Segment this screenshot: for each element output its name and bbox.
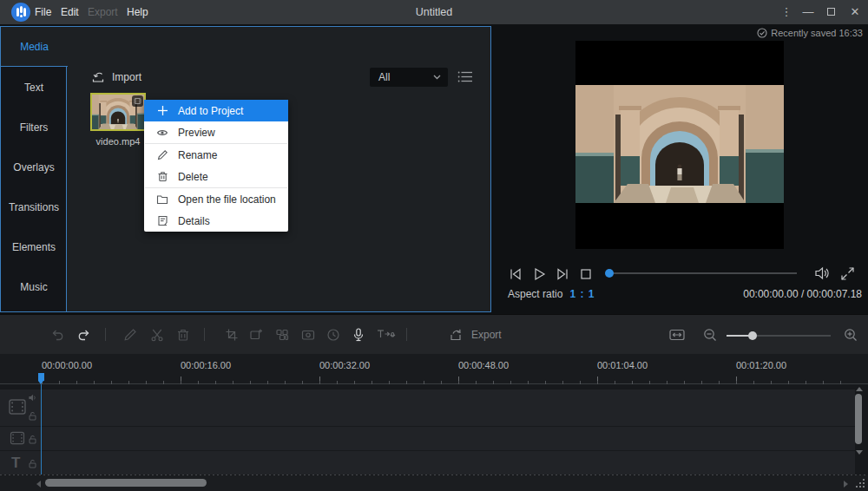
tab-overlays[interactable]: Overlays: [1, 147, 67, 187]
tab-elements[interactable]: Elements: [1, 227, 67, 267]
vertical-scroll-up-arrow[interactable]: [856, 387, 863, 391]
media-filter-dropdown[interactable]: All: [370, 68, 448, 87]
context-preview[interactable]: Preview: [144, 121, 288, 143]
mosaic-button[interactable]: [274, 327, 290, 343]
context-open-file-location[interactable]: Open the file location: [144, 188, 288, 210]
volume-icon[interactable]: [814, 265, 832, 281]
ruler-label: 00:00:32.00: [319, 360, 370, 370]
context-add-to-project[interactable]: Add to Project: [144, 100, 288, 121]
text-track-icon: T: [11, 455, 20, 472]
aspect-ratio-label: Aspect ratio: [508, 288, 562, 300]
delete-clip-button[interactable]: [175, 327, 191, 343]
video-track[interactable]: [0, 390, 855, 426]
window-title: Untitled: [347, 0, 521, 24]
context-item-label: Rename: [178, 149, 217, 161]
app-logo-icon[interactable]: [11, 3, 30, 22]
zoom-out-button[interactable]: [702, 327, 718, 343]
zoom-region-button[interactable]: [248, 327, 264, 343]
track-audio-icon[interactable]: [28, 393, 37, 403]
undo-button[interactable]: [49, 327, 65, 343]
menu-file[interactable]: File: [35, 0, 51, 24]
video-track-lock-icon[interactable]: [28, 411, 37, 421]
edit-clip-button[interactable]: [122, 327, 138, 343]
overlay-track-lock-icon[interactable]: [28, 435, 37, 444]
play-button[interactable]: [531, 266, 547, 282]
ruler-label: 00:01:04.00: [597, 360, 648, 370]
resize-grip-icon[interactable]: [854, 478, 865, 489]
seek-handle[interactable]: [605, 269, 614, 278]
maximize-button[interactable]: [819, 0, 842, 24]
scroll-right-arrow[interactable]: [844, 481, 848, 488]
preview-canvas[interactable]: [575, 41, 784, 249]
toolbar-separator: [105, 328, 106, 341]
timeline-ruler[interactable]: 00:00:00.00 00:00:16.00 00:00:32.00 00:0…: [0, 354, 868, 384]
details-icon: [156, 215, 168, 227]
more-options-icon[interactable]: ⋮: [775, 0, 798, 24]
context-menu: Add to Project Preview Rename: [144, 100, 288, 232]
tab-text[interactable]: Text: [1, 68, 67, 108]
context-rename[interactable]: Rename: [144, 144, 288, 166]
stop-button[interactable]: [578, 266, 594, 282]
context-details[interactable]: Details: [144, 210, 288, 232]
import-button[interactable]: Import: [91, 69, 141, 86]
text-track-lock-icon[interactable]: [28, 459, 37, 468]
import-label: Import: [112, 71, 141, 83]
minimize-button[interactable]: —: [797, 0, 819, 24]
vertical-scrollbar[interactable]: [855, 394, 862, 444]
playhead-line[interactable]: [41, 384, 42, 475]
overlay-track[interactable]: [0, 427, 855, 450]
context-item-label: Preview: [178, 127, 215, 139]
scroll-left-arrow[interactable]: [36, 481, 41, 488]
fullscreen-icon[interactable]: [840, 266, 855, 281]
previous-frame-button[interactable]: [508, 266, 523, 282]
close-button[interactable]: ✕: [844, 0, 866, 24]
pencil-icon: [156, 149, 168, 161]
video-frame: [575, 85, 784, 203]
redo-button[interactable]: [76, 327, 92, 343]
fit-timeline-button[interactable]: [668, 327, 686, 343]
crop-button[interactable]: [224, 327, 240, 343]
next-frame-button[interactable]: [555, 266, 570, 282]
folder-icon: [156, 193, 168, 206]
eye-icon: [156, 127, 168, 139]
context-delete[interactable]: Delete: [144, 166, 288, 187]
seek-bar[interactable]: [608, 272, 797, 274]
context-item-label: Open the file location: [178, 193, 276, 206]
text-to-speech-button[interactable]: [376, 327, 397, 343]
tab-music[interactable]: Music: [1, 267, 67, 307]
menu-edit[interactable]: Edit: [61, 0, 79, 24]
horizontal-scrollbar-track[interactable]: [0, 475, 868, 491]
sidebar: Media Text Filters Overlays Transitions …: [1, 27, 67, 311]
vertical-scroll-down-arrow[interactable]: [856, 450, 863, 455]
menu-help[interactable]: Help: [127, 0, 148, 24]
freeze-frame-button[interactable]: [300, 327, 316, 343]
context-item-label: Details: [178, 215, 210, 227]
duration-button[interactable]: [326, 327, 341, 343]
split-button[interactable]: [149, 327, 165, 343]
export-icon[interactable]: [448, 327, 464, 343]
list-view-button[interactable]: [457, 70, 473, 83]
zoom-slider-handle[interactable]: [748, 331, 757, 340]
tab-filters[interactable]: Filters: [1, 108, 67, 147]
voiceover-button[interactable]: [351, 327, 366, 343]
playhead-marker[interactable]: [38, 373, 44, 381]
horizontal-scrollbar[interactable]: [45, 479, 207, 487]
aspect-ratio-value: 1 : 1: [569, 288, 595, 300]
chevron-down-icon: [433, 75, 441, 80]
menu-export[interactable]: Export: [88, 0, 118, 24]
timeline-tracks: T: [0, 384, 868, 475]
ruler-label: 00:00:00.00: [42, 360, 92, 370]
toolbar-separator: [204, 328, 205, 341]
tab-media[interactable]: Media: [1, 27, 68, 67]
export-button[interactable]: Export: [471, 329, 502, 341]
tab-transitions[interactable]: Transitions: [1, 187, 67, 227]
media-clip-thumbnail[interactable]: [90, 93, 146, 131]
check-circle-icon: [757, 28, 767, 38]
trash-icon: [156, 171, 168, 183]
aspect-ratio[interactable]: Aspect ratio1 : 1: [508, 288, 595, 300]
video-track-icon: [7, 396, 28, 417]
text-track[interactable]: [0, 451, 855, 475]
plus-icon: [156, 105, 168, 117]
zoom-in-button[interactable]: [843, 327, 858, 343]
toolbar-separator: [406, 328, 407, 341]
